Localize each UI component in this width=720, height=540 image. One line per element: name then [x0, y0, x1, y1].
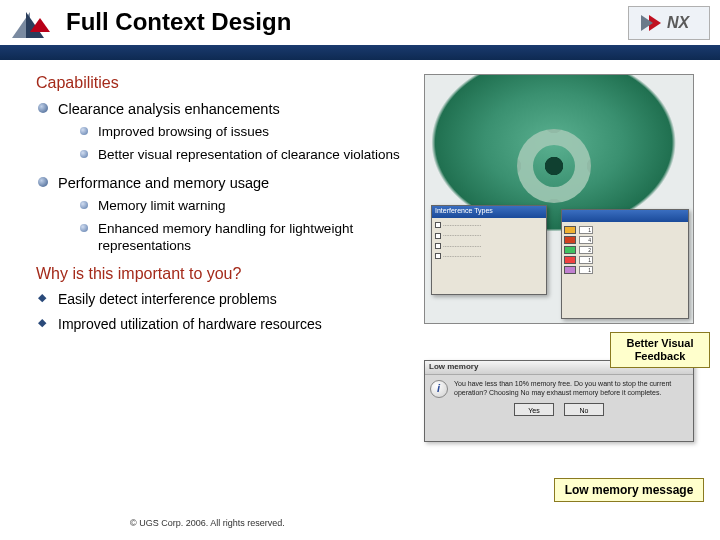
swatch-icon	[564, 256, 576, 264]
sub-bullet: Enhanced memory handling for lightweight…	[58, 221, 416, 255]
swatch-icon	[564, 246, 576, 254]
nx-badge: NX	[628, 6, 710, 40]
low-memory-dialog: Low memory You have less than 10% memory…	[424, 360, 694, 442]
sub-bullet: Better visual representation of clearanc…	[58, 147, 416, 164]
capabilities-heading: Capabilities	[36, 74, 416, 92]
popup-titlebar: Interference Types	[432, 206, 546, 218]
why-bullet: Improved utilization of hardware resourc…	[36, 316, 416, 334]
callout-low-memory: Low memory message	[554, 478, 704, 502]
bullet-label: Clearance analysis enhancements	[58, 101, 280, 117]
copyright-footer: © UGS Corp. 2006. All rights reserved.	[130, 518, 285, 528]
why-bullet: Easily detect interference problems	[36, 291, 416, 309]
swatch-icon	[564, 236, 576, 244]
cad-part-ring	[517, 129, 591, 203]
swatch-icon	[564, 226, 576, 234]
nx-arrow-icon	[649, 15, 661, 31]
interference-palette: Interference Types ·····················…	[431, 205, 547, 295]
clearance-screenshot: Interference Types ·····················…	[424, 74, 694, 324]
info-icon	[430, 380, 448, 398]
slide-header: Full Context Design NX	[0, 0, 720, 60]
bullet-label: Performance and memory usage	[58, 175, 269, 191]
sub-bullet: Improved browsing of issues	[58, 124, 416, 141]
no-button[interactable]: No	[564, 403, 604, 416]
why-heading: Why is this important to you?	[36, 265, 416, 283]
nx-text: NX	[667, 14, 689, 32]
bullet-clearance: Clearance analysis enhancements Improved…	[36, 100, 416, 164]
dialog-message: You have less than 10% memory free. Do y…	[454, 380, 688, 398]
slide-title: Full Context Design	[66, 8, 291, 36]
swatch-icon	[564, 266, 576, 274]
ugs-logo-icon	[12, 12, 52, 42]
bullet-performance: Performance and memory usage Memory limi…	[36, 174, 416, 255]
callout-visual-feedback: Better Visual Feedback	[610, 332, 710, 368]
yes-button[interactable]: Yes	[514, 403, 554, 416]
clearance-legend: 1 4 2 1 1	[561, 209, 689, 319]
sub-bullet: Memory limit warning	[58, 198, 416, 215]
popup-titlebar	[562, 210, 688, 222]
